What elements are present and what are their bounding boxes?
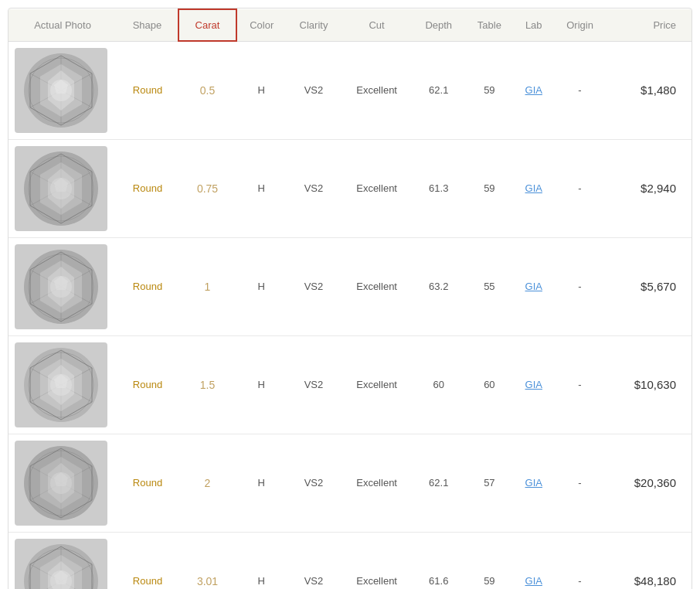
table-header-row: Actual Photo Shape Carat Color Clarity C… [8, 9, 692, 41]
price-cell: $2,940 [607, 139, 692, 237]
origin-cell: - [554, 335, 607, 434]
carat-cell: 1.5 [178, 335, 236, 434]
diamond-photo-cell[interactable] [8, 335, 117, 434]
table-cell: 55 [465, 237, 514, 335]
header-depth: Depth [413, 9, 465, 41]
diamond-table: Actual Photo Shape Carat Color Clarity C… [8, 8, 692, 589]
lab-cell[interactable]: GIA [514, 237, 554, 335]
header-shape: Shape [117, 9, 178, 41]
cut-cell: Excellent [341, 139, 412, 237]
header-photo: Actual Photo [8, 9, 117, 41]
table-row: Round2HVS2Excellent62.157GIA-$20,360 [8, 434, 692, 532]
price-cell: $10,630 [607, 335, 692, 434]
table-cell: 59 [465, 139, 514, 237]
header-origin: Origin [554, 9, 607, 41]
table-row: Round3.01HVS2Excellent61.659GIA-$48,180 [8, 532, 692, 589]
color-cell: H [236, 41, 287, 139]
shape-cell: Round [117, 41, 178, 139]
cut-cell: Excellent [341, 237, 412, 335]
lab-link[interactable]: GIA [525, 281, 542, 292]
table-row: Round0.75HVS2Excellent61.359GIA-$2,940 [8, 139, 692, 237]
depth-cell: 60 [413, 335, 465, 434]
header-lab: Lab [514, 9, 554, 41]
table-row: Round0.5HVS2Excellent62.159GIA-$1,480 [8, 41, 692, 139]
origin-cell: - [554, 41, 607, 139]
shape-cell: Round [117, 434, 178, 532]
diamond-image [15, 48, 107, 133]
lab-link[interactable]: GIA [525, 379, 542, 390]
color-cell: H [236, 335, 287, 434]
diamond-image [15, 146, 107, 231]
cut-cell: Excellent [341, 532, 412, 589]
cut-cell: Excellent [341, 434, 412, 532]
table-row: Round1.5HVS2Excellent6060GIA-$10,630 [8, 335, 692, 434]
lab-link[interactable]: GIA [525, 575, 542, 587]
diamond-image [15, 539, 107, 590]
cut-cell: Excellent [341, 335, 412, 434]
diamond-photo-cell[interactable] [8, 139, 117, 237]
carat-cell: 2 [178, 434, 236, 532]
lab-cell[interactable]: GIA [514, 434, 554, 532]
table-row: Round1HVS2Excellent63.255GIA-$5,670 [8, 237, 692, 335]
diamond-photo-cell[interactable] [8, 434, 117, 532]
color-cell: H [236, 237, 287, 335]
diamond-photo-cell[interactable] [8, 532, 117, 589]
origin-cell: - [554, 237, 607, 335]
diamond-photo-cell[interactable] [8, 41, 117, 139]
depth-cell: 61.3 [413, 139, 465, 237]
shape-cell: Round [117, 237, 178, 335]
carat-cell: 0.75 [178, 139, 236, 237]
carat-cell: 0.5 [178, 41, 236, 139]
lab-cell[interactable]: GIA [514, 335, 554, 434]
header-cut: Cut [341, 9, 412, 41]
depth-cell: 61.6 [413, 532, 465, 589]
shape-cell: Round [117, 335, 178, 434]
depth-cell: 62.1 [413, 41, 465, 139]
origin-cell: - [554, 139, 607, 237]
carat-cell: 3.01 [178, 532, 236, 589]
clarity-cell: VS2 [287, 139, 342, 237]
price-cell: $5,670 [607, 237, 692, 335]
header-color: Color [236, 9, 287, 41]
diamond-image [15, 441, 107, 526]
cut-cell: Excellent [341, 41, 412, 139]
depth-cell: 63.2 [413, 237, 465, 335]
header-price: Price [607, 9, 692, 41]
diamond-photo-cell[interactable] [8, 237, 117, 335]
header-clarity: Clarity [287, 9, 342, 41]
diamond-image [15, 244, 107, 329]
lab-cell[interactable]: GIA [514, 41, 554, 139]
carat-cell: 1 [178, 237, 236, 335]
table-cell: 59 [465, 532, 514, 589]
lab-link[interactable]: GIA [525, 84, 542, 96]
price-cell: $48,180 [607, 532, 692, 589]
clarity-cell: VS2 [287, 434, 342, 532]
header-table: Table [465, 9, 514, 41]
origin-cell: - [554, 434, 607, 532]
color-cell: H [236, 532, 287, 589]
color-cell: H [236, 434, 287, 532]
lab-link[interactable]: GIA [525, 182, 542, 194]
header-carat: Carat [178, 9, 236, 41]
shape-cell: Round [117, 139, 178, 237]
clarity-cell: VS2 [287, 41, 342, 139]
lab-link[interactable]: GIA [525, 477, 542, 489]
table-cell: 59 [465, 41, 514, 139]
lab-cell[interactable]: GIA [514, 532, 554, 589]
origin-cell: - [554, 532, 607, 589]
clarity-cell: VS2 [287, 237, 342, 335]
shape-cell: Round [117, 532, 178, 589]
clarity-cell: VS2 [287, 335, 342, 434]
price-cell: $1,480 [607, 41, 692, 139]
price-cell: $20,360 [607, 434, 692, 532]
diamond-image [15, 342, 107, 427]
table-cell: 57 [465, 434, 514, 532]
color-cell: H [236, 139, 287, 237]
table-cell: 60 [465, 335, 514, 434]
clarity-cell: VS2 [287, 532, 342, 589]
depth-cell: 62.1 [413, 434, 465, 532]
lab-cell[interactable]: GIA [514, 139, 554, 237]
